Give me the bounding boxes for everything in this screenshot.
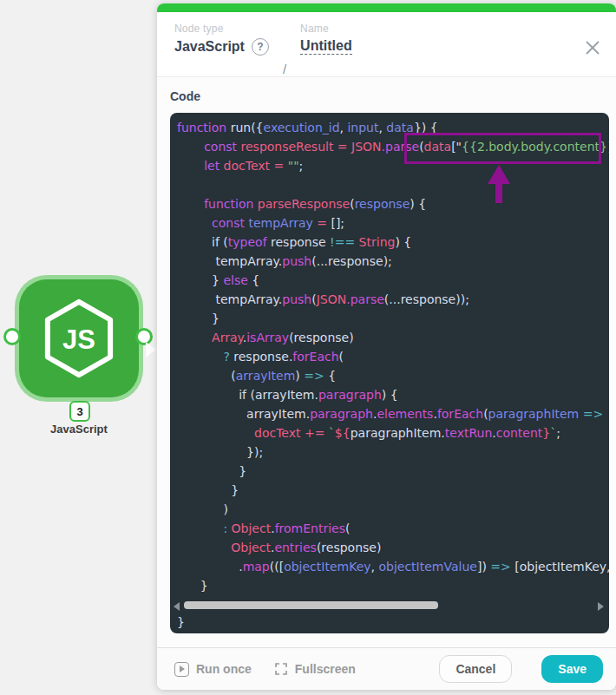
fullscreen-button[interactable]: Fullscreen — [274, 662, 356, 676]
node-items-badge: 3 — [69, 401, 90, 422]
run-once-label: Run once — [196, 662, 252, 676]
cancel-button[interactable]: Cancel — [439, 655, 512, 683]
scroll-left-icon[interactable] — [174, 602, 180, 611]
code-section-label: Code — [170, 89, 609, 103]
code-line: } else { — [177, 271, 609, 290]
panel-accent-bar — [157, 3, 616, 12]
horizontal-scrollbar[interactable] — [170, 600, 609, 611]
code-line: } — [177, 481, 609, 500]
node-javascript[interactable]: JS — [19, 279, 139, 397]
code-line: } — [177, 309, 609, 328]
code-line: function parseResponse(response) { — [177, 194, 609, 213]
close-icon — [583, 38, 602, 57]
code-line: arrayItem.paragraph.elements.forEach(par… — [177, 404, 609, 423]
annotation-box — [404, 133, 601, 164]
nodejs-icon: JS — [42, 297, 116, 380]
panel-body: Code function run({execution_id, input, … — [157, 76, 616, 646]
breadcrumb-separator: / — [283, 62, 286, 76]
play-icon — [174, 662, 189, 677]
code-lines: function run({execution_id, input, data}… — [170, 113, 609, 595]
node-editor-panel: Node type JavaScript ? / Name Untitled C… — [157, 3, 616, 690]
panel-footer: Run once Fullscreen Cancel Save — [157, 647, 616, 690]
node-type-value: JavaScript — [174, 39, 245, 55]
save-button[interactable]: Save — [541, 655, 603, 683]
code-line: tempArray.push(JSON.parse(...response)); — [177, 290, 609, 309]
code-line: const tempArray = []; — [177, 213, 609, 233]
scrollbar-thumb[interactable] — [184, 601, 438, 609]
panel-header: Node type JavaScript ? / Name Untitled — [157, 12, 616, 83]
node-name-value[interactable]: Untitled — [300, 38, 352, 55]
code-editor[interactable]: function run({execution_id, input, data}… — [170, 113, 609, 633]
code-line: tempArray.push(...response); — [177, 252, 609, 271]
code-line — [177, 175, 609, 194]
fullscreen-label: Fullscreen — [295, 662, 356, 676]
code-line: ) — [177, 500, 609, 519]
annotation-arrow — [488, 165, 510, 184]
code-line: ? response.forEach( — [177, 347, 609, 366]
workflow-canvas[interactable]: JS 3 JavaScript — [0, 0, 157, 695]
code-line: if (typeof response !== String) { — [177, 233, 609, 252]
annotation-arrow-stem — [495, 182, 502, 203]
code-line: } — [177, 613, 609, 632]
fullscreen-icon — [274, 662, 288, 676]
code-line: } — [177, 576, 609, 595]
code-line: } — [177, 462, 609, 481]
node-label: JavaScript — [0, 423, 158, 436]
run-once-button[interactable]: Run once — [174, 662, 252, 677]
code-line: : Object.fromEntries( — [177, 519, 609, 538]
code-line: if (arrayItem.paragraph) { — [177, 385, 609, 404]
code-line: Array.isArray(response) — [177, 328, 609, 347]
code-line: (arrayItem) => { — [177, 366, 609, 385]
svg-text:JS: JS — [62, 325, 95, 355]
code-line: }); — [177, 443, 609, 462]
code-last-line: } — [177, 613, 609, 632]
help-icon[interactable]: ? — [252, 38, 269, 56]
scroll-right-icon[interactable] — [598, 602, 604, 611]
code-line: docText += `${paragraphItem.textRun.cont… — [177, 423, 609, 443]
code-line: .map(([objectItemKey, objectItemValue]) … — [177, 557, 609, 576]
node-input-port[interactable] — [3, 328, 21, 345]
connector-arrow — [146, 342, 156, 357]
code-line: Object.entries(response) — [177, 538, 609, 557]
close-button[interactable] — [583, 38, 602, 57]
node-type-label: Node type — [174, 23, 269, 35]
name-label: Name — [300, 23, 352, 35]
